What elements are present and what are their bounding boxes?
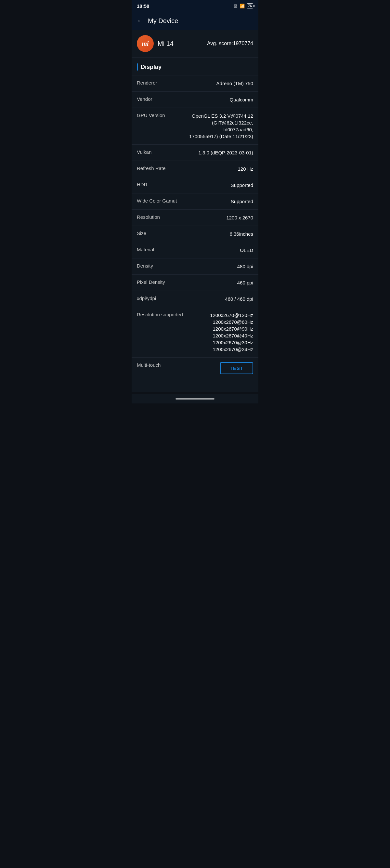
home-indicator <box>132 394 258 403</box>
navigation-bar: ← My Device <box>132 12 258 30</box>
test-button[interactable]: TEST <box>220 362 253 374</box>
row-label: Pixel Density <box>137 279 165 285</box>
mi-logo-icon: mi <box>137 35 154 52</box>
row-label: Vulkan <box>137 149 152 155</box>
status-bar: 18:58 ⊠ 📶 76 <box>132 0 258 12</box>
row-label: Size <box>137 230 146 236</box>
section-title: Display <box>141 64 162 70</box>
row-value: OLED <box>240 247 253 254</box>
row-value: 6.36inches <box>229 230 253 237</box>
row-label: Multi-touch <box>137 362 161 368</box>
battery-icon: 76 <box>247 3 253 8</box>
row-label: xdpi/ydpi <box>137 296 156 301</box>
table-row: HDRSupported <box>132 177 258 193</box>
back-button[interactable]: ← <box>137 17 144 25</box>
row-value: 1200x2670@120Hz 1200x2670@60Hz 1200x2670… <box>210 312 253 353</box>
row-value: Qualcomm <box>229 96 253 103</box>
content-area: Display RendererAdreno (TM) 750VendorQua… <box>132 58 258 392</box>
wifi-icon: 📶 <box>239 4 245 8</box>
row-label: Material <box>137 247 154 252</box>
row-label: Wide Color Gamut <box>137 198 177 204</box>
table-row: Refresh Rate120 Hz <box>132 161 258 177</box>
home-bar <box>175 398 215 400</box>
row-value: 1.3.0 (dEQP:2023-03-01) <box>199 149 253 156</box>
row-value: OpenGL ES 3.2 V@0744.12 (GIT@62c1f322ce,… <box>189 113 253 140</box>
battery-level: 76 <box>248 4 252 8</box>
row-label: Refresh Rate <box>137 165 165 171</box>
table-row: VendorQualcomm <box>132 91 258 107</box>
status-time: 18:58 <box>137 3 149 9</box>
table-row: RendererAdreno (TM) 750 <box>132 75 258 91</box>
table-row: MaterialOLED <box>132 242 258 258</box>
table-row: GPU VersionOpenGL ES 3.2 V@0744.12 (GIT@… <box>132 107 258 144</box>
row-label: Vendor <box>137 96 153 102</box>
row-value: Adreno (TM) 750 <box>217 80 253 87</box>
row-value: 1200 x 2670 <box>226 214 253 221</box>
row-label: Renderer <box>137 80 157 86</box>
row-label: Resolution <box>137 214 160 220</box>
status-icons: ⊠ 📶 76 <box>234 3 253 8</box>
device-header: mi Mi 14 Avg. score:1970774 <box>132 30 258 58</box>
screenshot-icon: ⊠ <box>234 3 237 8</box>
table-row: Size6.36inches <box>132 226 258 242</box>
device-name: Mi 14 <box>158 40 173 48</box>
avg-score: Avg. score:1970774 <box>207 41 253 46</box>
row-value: 480 dpi <box>237 263 253 270</box>
table-row: xdpi/ydpi460 / 460 dpi <box>132 291 258 307</box>
row-label: Resolution supported <box>137 312 183 317</box>
table-row: Wide Color GamutSupported <box>132 193 258 209</box>
row-label: Density <box>137 263 153 269</box>
section-bar-accent <box>137 63 138 70</box>
table-row: Resolution1200 x 2670 <box>132 209 258 226</box>
row-value: 460 / 460 dpi <box>225 296 253 302</box>
table-row: Pixel Density460 ppi <box>132 274 258 291</box>
table-row: Density480 dpi <box>132 258 258 274</box>
table-row: Resolution supported1200x2670@120Hz 1200… <box>132 307 258 357</box>
display-section-header: Display <box>132 58 258 75</box>
table-row: Multi-touchTEST <box>132 357 258 379</box>
page-title: My Device <box>148 17 178 25</box>
row-value: Supported <box>231 182 253 189</box>
device-info: mi Mi 14 <box>137 35 173 52</box>
info-rows-container: RendererAdreno (TM) 750VendorQualcommGPU… <box>132 75 258 379</box>
row-value: 120 Hz <box>237 165 253 172</box>
row-label: HDR <box>137 182 148 187</box>
row-value: 460 ppi <box>237 279 253 286</box>
row-label: GPU Version <box>137 113 165 118</box>
avg-score-container: Avg. score:1970774 <box>207 41 253 46</box>
table-row: Vulkan1.3.0 (dEQP:2023-03-01) <box>132 144 258 161</box>
row-value: Supported <box>231 198 253 205</box>
